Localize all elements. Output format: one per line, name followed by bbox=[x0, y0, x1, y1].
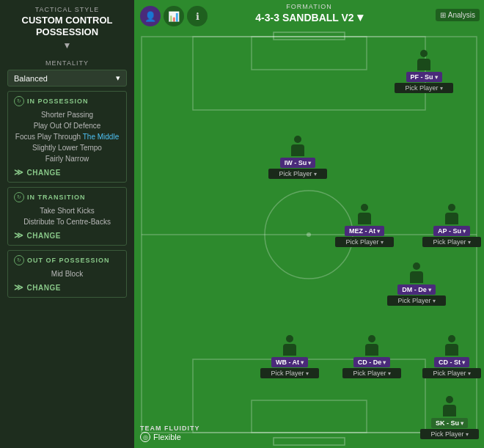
svg-rect-7 bbox=[252, 400, 367, 433]
pick-player-iw[interactable]: Pick Player ▾ bbox=[268, 169, 327, 179]
player-figure-sk bbox=[441, 396, 458, 416]
analysis-button[interactable]: ⊞ Analysis bbox=[436, 9, 480, 21]
tactical-style-chevron[interactable]: ▼ bbox=[7, 40, 127, 51]
pick-player-mez[interactable]: Pick Player ▾ bbox=[335, 237, 394, 247]
player-figure-pf bbox=[416, 50, 432, 70]
out-of-possession-change-btn[interactable]: CHANGE bbox=[14, 282, 120, 293]
in-possession-title: IN POSSESSION bbox=[27, 98, 89, 105]
player-card-sk: SK - Su ▾ Pick Player ▾ bbox=[420, 396, 479, 439]
player-figure-iw bbox=[290, 136, 306, 156]
role-badge-cd-left[interactable]: CD - De ▾ bbox=[353, 357, 391, 367]
svg-rect-5 bbox=[252, 37, 367, 70]
pick-player-pf[interactable]: Pick Player ▾ bbox=[395, 83, 453, 93]
team-fluidity-value: ◎ Flexible bbox=[140, 432, 200, 442]
out-of-possession-icon: ↻ bbox=[14, 255, 24, 265]
in-transition-section: ↻ IN TRANSITION Take Short Kicks Distrib… bbox=[7, 187, 127, 246]
pick-player-cd-right[interactable]: Pick Player ▾ bbox=[422, 368, 481, 378]
in-possession-header: ↻ IN POSSESSION bbox=[14, 96, 120, 106]
team-fluidity: TEAM FLUIDITY ◎ Flexible bbox=[140, 425, 200, 442]
out-of-possession-title: OUT OF POSSESSION bbox=[27, 257, 110, 264]
player-figure-ap bbox=[444, 204, 460, 224]
out-of-possession-section: ↻ OUT OF POSSESSION Mid Block CHANGE bbox=[7, 250, 127, 298]
out-of-possession-header: ↻ OUT OF POSSESSION bbox=[14, 255, 120, 265]
role-badge-mez[interactable]: MEZ - At ▾ bbox=[345, 226, 384, 236]
player-card-mez: MEZ - At ▾ Pick Player ▾ bbox=[335, 204, 394, 247]
player-figure-cd-left bbox=[364, 335, 380, 356]
role-badge-iw[interactable]: IW - Su ▾ bbox=[280, 158, 316, 168]
player-card-cd-right: CD - St ▾ Pick Player ▾ bbox=[422, 335, 481, 378]
role-badge-sk[interactable]: SK - Su ▾ bbox=[431, 418, 468, 428]
player-figure-mez bbox=[356, 204, 373, 224]
toolbar-chart-icon[interactable]: 📊 bbox=[164, 6, 184, 26]
player-figure-dm bbox=[408, 262, 425, 283]
mentality-value: Balanced bbox=[14, 74, 48, 83]
out-of-possession-items: Mid Block bbox=[14, 268, 120, 279]
in-transition-items: Take Short Kicks Distribute To Centre-Ba… bbox=[14, 205, 120, 227]
svg-point-3 bbox=[307, 232, 311, 237]
player-card-wb-left: WB - At ▾ Pick Player ▾ bbox=[260, 335, 319, 378]
in-transition-icon: ↻ bbox=[14, 192, 24, 202]
role-badge-ap[interactable]: AP - Su ▾ bbox=[433, 226, 470, 236]
pitch-toolbar: 👤 📊 ℹ bbox=[140, 6, 208, 26]
pitch-area: FORMATION 4-3-3 SANDBALL V2 ▾ 👤 📊 ℹ ⊞ An… bbox=[134, 0, 484, 448]
mentality-label: MENTALITY bbox=[7, 59, 127, 67]
role-badge-wb-left[interactable]: WB - At ▾ bbox=[271, 357, 308, 367]
pick-player-cd-left[interactable]: Pick Player ▾ bbox=[342, 368, 401, 378]
player-figure-wb-left bbox=[282, 335, 298, 356]
svg-rect-4 bbox=[193, 37, 425, 110]
player-figure-cd-right bbox=[444, 335, 460, 356]
pick-player-wb-left[interactable]: Pick Player ▾ bbox=[260, 368, 319, 378]
player-card-cd-left: CD - De ▾ Pick Player ▾ bbox=[342, 335, 401, 378]
player-card-pf: PF - Su ▾ Pick Player ▾ bbox=[395, 50, 453, 93]
svg-rect-9 bbox=[274, 438, 345, 445]
svg-rect-8 bbox=[274, 32, 345, 40]
in-possession-items: Shorter Passing Play Out Of Defence Focu… bbox=[14, 109, 120, 164]
in-possession-section: ↻ IN POSSESSION Shorter Passing Play Out… bbox=[7, 91, 127, 183]
in-possession-change-btn[interactable]: CHANGE bbox=[14, 167, 120, 177]
role-badge-pf[interactable]: PF - Su ▾ bbox=[406, 72, 442, 82]
in-transition-change-btn[interactable]: CHANGE bbox=[14, 230, 120, 240]
role-badge-dm[interactable]: DM - De ▾ bbox=[397, 284, 436, 295]
formation-dropdown-arrow[interactable]: ▾ bbox=[357, 10, 363, 24]
in-transition-title: IN TRANSITION bbox=[27, 194, 86, 201]
player-card-dm: DM - De ▾ Pick Player ▾ bbox=[387, 262, 446, 306]
mentality-select[interactable]: Balanced ▾ bbox=[7, 70, 127, 87]
role-badge-cd-right[interactable]: CD - St ▾ bbox=[434, 357, 469, 367]
analysis-grid-icon: ⊞ bbox=[440, 11, 446, 19]
pick-player-dm[interactable]: Pick Player ▾ bbox=[387, 295, 446, 306]
in-transition-header: ↻ IN TRANSITION bbox=[14, 192, 120, 202]
mentality-arrow: ▾ bbox=[116, 73, 120, 83]
tactical-style-label: TACTICAL STYLE bbox=[7, 6, 127, 13]
fluidity-icon: ◎ bbox=[140, 432, 150, 442]
pick-player-sk[interactable]: Pick Player ▾ bbox=[420, 429, 479, 439]
player-card-ap: AP - Su ▾ Pick Player ▾ bbox=[422, 204, 481, 247]
toolbar-info-icon[interactable]: ℹ bbox=[187, 6, 208, 26]
player-card-iw: IW - Su ▾ Pick Player ▾ bbox=[268, 136, 327, 179]
in-possession-icon: ↻ bbox=[14, 96, 24, 106]
tactical-style-title: CUSTOM CONTROL POSSESSION bbox=[7, 15, 127, 37]
left-panel: TACTICAL STYLE CUSTOM CONTROL POSSESSION… bbox=[0, 0, 134, 448]
pick-player-ap[interactable]: Pick Player ▾ bbox=[422, 237, 481, 247]
team-fluidity-label: TEAM FLUIDITY bbox=[140, 425, 200, 432]
toolbar-player-icon[interactable]: 👤 bbox=[140, 6, 161, 26]
